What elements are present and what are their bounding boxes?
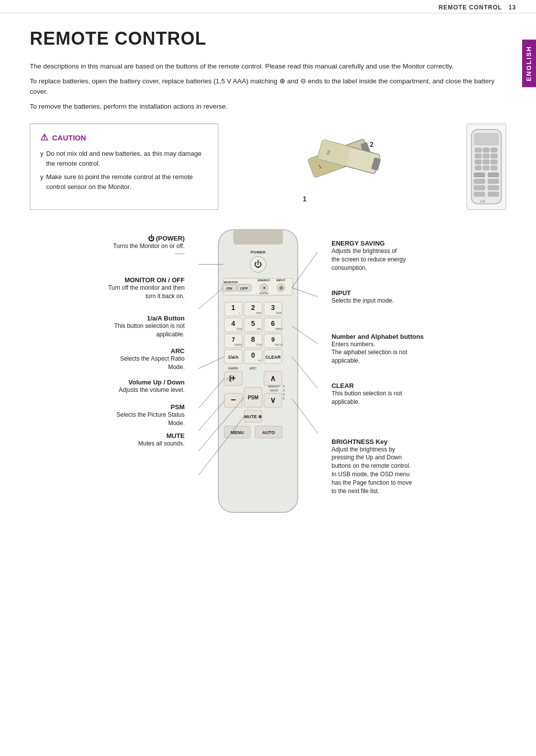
label-numbers-desc: Enters numbers.The alphabet selection is…	[332, 340, 462, 365]
page-title: REMOTE CONTROL	[30, 28, 506, 49]
label-clear: CLEAR This button selection is notapplic…	[332, 382, 462, 406]
caution-item-1: Do not mix old and new batteries, as thi…	[40, 149, 208, 168]
svg-text:3: 3	[271, 304, 275, 312]
svg-rect-28	[488, 179, 499, 184]
svg-text:.*#: .*#	[257, 359, 261, 362]
battery-svg: 1 1 2 1 2	[293, 129, 392, 204]
caution-label: CAUTION	[52, 133, 86, 142]
svg-rect-26	[488, 173, 499, 177]
label-mute-title: MUTE	[74, 432, 185, 440]
caution-section: ⚠ CAUTION Do not mix old and new batteri…	[30, 124, 506, 210]
main-content: REMOTE CONTROL The descriptions in this …	[0, 13, 536, 549]
svg-text:6: 6	[271, 319, 275, 327]
intro-line2: To replace batteries, open the battery c…	[30, 76, 506, 97]
svg-rect-21	[491, 160, 497, 164]
intro-line3: To remove the batteries, perform the ins…	[30, 101, 506, 112]
label-energy: ENERGY SAVING Adjusts the brightness oft…	[332, 240, 462, 272]
svg-rect-25	[474, 173, 485, 177]
svg-text:JKL: JKL	[257, 327, 262, 330]
label-energy-title: ENERGY SAVING	[332, 240, 462, 247]
svg-text:SAVING: SAVING	[260, 292, 269, 295]
svg-text:CLEAR: CLEAR	[266, 355, 281, 360]
svg-text:GHI: GHI	[237, 327, 242, 330]
svg-rect-15	[491, 148, 497, 152]
label-power-desc: Turns the Monitor on or off.	[74, 242, 185, 251]
svg-text:A: A	[283, 389, 285, 392]
label-1aa-desc: This button selection is notapplicable.	[74, 322, 185, 339]
label-psm: PSM Selects the Picture StatusMode.	[74, 403, 185, 428]
svg-text:7: 7	[232, 336, 235, 343]
svg-text:◁: ◁	[226, 377, 229, 381]
label-psm-desc: Selects the Picture StatusMode.	[74, 411, 185, 428]
remote-diagram-section: ⏻ (POWER) Turns the Monitor on or off. —…	[30, 225, 506, 534]
remote-control-svg: POWER ⏻ MONITOR ON OFF ENERGY ☀ SAVING	[189, 225, 328, 532]
svg-rect-13	[475, 148, 481, 152]
label-power-title: ⏻ (POWER)	[74, 235, 185, 242]
svg-text:5: 5	[251, 319, 255, 327]
label-energy-desc: Adjusts the brightness ofthe screen to r…	[332, 247, 462, 272]
label-psm-title: PSM	[74, 403, 185, 411]
label-1aa: 1/a/A Button This button selection is no…	[74, 315, 185, 339]
svg-text:1: 1	[303, 195, 307, 203]
label-volume-title: Volume Up / Down	[74, 378, 185, 386]
svg-rect-14	[483, 148, 489, 152]
svg-text:MARK: MARK	[228, 367, 239, 370]
intro-line1: The descriptions in this manual are base…	[30, 61, 506, 72]
right-labels: ENERGY SAVING Adjusts the brightness oft…	[328, 225, 462, 497]
svg-rect-17	[483, 154, 489, 158]
svg-rect-16	[475, 154, 481, 158]
label-monitor-desc: Turn off the monitor and thenturn it bac…	[74, 284, 185, 301]
header-section: REMOTE CONTROL	[439, 4, 502, 11]
svg-text:WXYZ: WXYZ	[275, 343, 283, 346]
svg-rect-19	[475, 160, 481, 164]
svg-text:.!: .!	[238, 312, 240, 315]
svg-text:G: G	[283, 393, 285, 396]
label-input-title: INPUT	[332, 289, 462, 297]
label-mute-desc: Mutes all sounds.	[74, 440, 185, 448]
label-arc: ARC Selects the Aspect RatioMode.	[74, 347, 185, 372]
svg-rect-31	[474, 192, 485, 196]
svg-rect-12	[474, 133, 499, 145]
label-power: ⏻ (POWER) Turns the Monitor on or off. —	[74, 235, 185, 255]
warning-icon: ⚠	[40, 132, 48, 143]
label-input: INPUT Selects the input mode.	[332, 289, 462, 305]
svg-text:ARC: ARC	[250, 367, 257, 370]
label-volume-desc: Adjusts the volume level.	[74, 386, 185, 394]
label-numbers-title: Number and Alphabet buttons	[332, 333, 462, 340]
svg-text:∨: ∨	[270, 396, 276, 404]
svg-text:POWER: POWER	[251, 250, 266, 254]
svg-text:LG: LG	[480, 199, 485, 203]
svg-text:0: 0	[251, 351, 255, 359]
svg-rect-20	[483, 160, 489, 164]
label-1aa-title: 1/a/A Button	[74, 315, 185, 322]
svg-text:ENERGY: ENERGY	[258, 279, 270, 282]
svg-text:2: 2	[251, 304, 255, 312]
svg-text:PSM: PSM	[248, 395, 259, 400]
svg-text:9: 9	[271, 336, 275, 343]
svg-text:INPUT: INPUT	[276, 279, 285, 282]
svg-text:MUTE ⊗: MUTE ⊗	[244, 414, 262, 419]
svg-text:MONITOR: MONITOR	[224, 281, 238, 284]
remote-mini-svg: LG	[469, 127, 504, 206]
svg-text:ON: ON	[226, 286, 232, 291]
label-brightness: BRIGHTNESS Key Adjust the brightness byp…	[332, 438, 462, 496]
label-clear-title: CLEAR	[332, 382, 462, 389]
svg-rect-18	[491, 154, 497, 158]
label-arc-title: ARC	[74, 347, 185, 355]
label-monitor-title: MONITOR ON / OFF	[74, 276, 185, 284]
svg-rect-30	[488, 186, 499, 190]
svg-text:NESS: NESS	[270, 389, 278, 392]
svg-text:1/a/A: 1/a/A	[228, 355, 239, 360]
svg-text:ABC: ABC	[256, 312, 263, 315]
caution-box: ⚠ CAUTION Do not mix old and new batteri…	[30, 124, 218, 210]
svg-rect-24	[491, 166, 497, 170]
svg-text:P: P	[283, 385, 285, 388]
svg-text:BRIGHT: BRIGHT	[268, 385, 280, 388]
header-page: 13	[509, 4, 516, 11]
english-tab: ENGLISH	[522, 40, 536, 87]
left-labels: ⏻ (POWER) Turns the Monitor on or off. —…	[74, 225, 189, 450]
svg-rect-29	[474, 186, 485, 190]
label-arc-desc: Selects the Aspect RatioMode.	[74, 355, 185, 372]
svg-rect-35	[233, 230, 283, 245]
svg-rect-32	[488, 192, 499, 196]
